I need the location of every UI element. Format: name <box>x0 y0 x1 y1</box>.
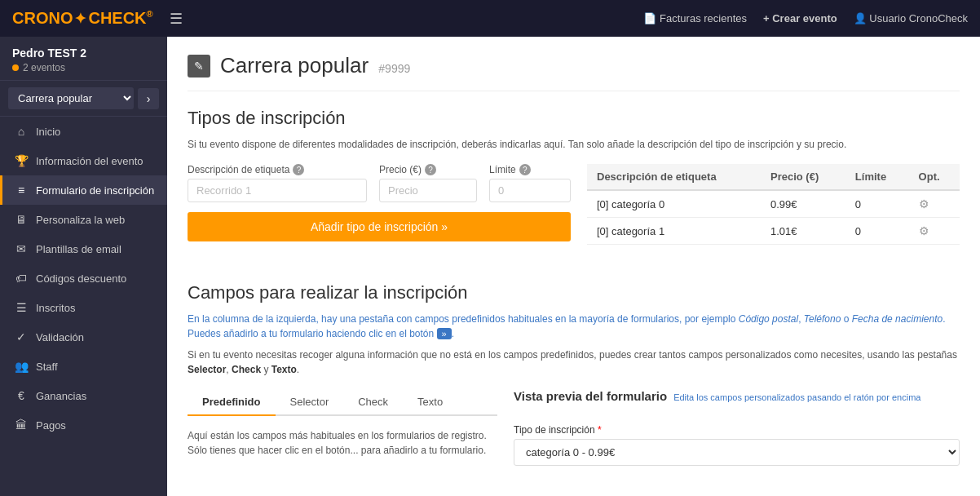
sidebar-item-label: Información del evento <box>36 155 143 167</box>
page-title-text: Carrera popular <box>220 53 369 78</box>
sidebar-item-label: Códigos descuento <box>36 272 126 285</box>
hamburger-menu[interactable]: ☰ <box>170 10 183 28</box>
descripcion-help[interactable]: ? <box>293 164 304 175</box>
tab-selector[interactable]: Selector <box>276 389 344 416</box>
sidebar-item-label: Staff <box>36 361 58 373</box>
logo-check: CHECK <box>88 9 146 27</box>
event-selector[interactable]: Carrera popular <box>8 87 134 109</box>
sidebar-nav: ⌂ Inicio 🏆 Información del evento ≡ Form… <box>0 117 167 496</box>
precio-input[interactable] <box>379 179 477 202</box>
main-content: ✎ Carrera popular #9999 Tipos de inscrip… <box>167 37 980 496</box>
sidebar-item-staff[interactable]: 👥 Staff <box>0 352 167 381</box>
cell-descripcion: [0] categoría 0 <box>587 190 761 218</box>
sidebar-user: Pedro TEST 2 2 eventos <box>0 37 167 81</box>
page-title-icon: ✎ <box>188 55 210 78</box>
sidebar-item-label: Personaliza la web <box>36 214 125 226</box>
crear-evento-link[interactable]: + Crear evento <box>763 12 837 24</box>
cell-opt: ⚙ <box>909 218 960 245</box>
inscritos-icon: ☰ <box>15 301 28 314</box>
sidebar-events: 2 eventos <box>12 62 155 73</box>
limite-label-text: Límite <box>489 164 516 175</box>
top-header: CRONO✦CHECK® ☰ 📄 Facturas recientes + Cr… <box>0 0 980 37</box>
sidebar-item-plantillas[interactable]: ✉ Plantillas de email <box>0 234 167 264</box>
sidebar-item-label: Ganancias <box>36 390 86 402</box>
usuario-label: Usuario CronoCheck <box>869 12 968 24</box>
facturas-link[interactable]: 📄 Facturas recientes <box>643 12 747 24</box>
precio-label: Precio (€) ? <box>379 164 477 175</box>
table-row: [0] categoría 0 0.99€ 0 ⚙ <box>587 190 960 218</box>
inicio-icon: ⌂ <box>15 125 28 138</box>
table-row: [0] categoría 1 1.01€ 0 ⚙ <box>587 218 960 245</box>
gear-icon[interactable]: ⚙ <box>919 224 929 237</box>
sidebar-item-label: Pagos <box>36 419 66 432</box>
formulario-icon: ≡ <box>15 184 28 197</box>
plantillas-icon: ✉ <box>15 242 28 255</box>
tab-predefinido[interactable]: Predefinido <box>188 389 276 416</box>
ganancias-icon: € <box>15 389 28 402</box>
inscripcion-left: Descripción de etiqueta ? Precio (€) ? <box>188 164 571 258</box>
campos-title: Campos para realizar la inscripción <box>188 282 960 303</box>
sidebar-item-label: Plantillas de email <box>36 243 121 255</box>
precio-help[interactable]: ? <box>425 164 436 175</box>
events-dot <box>12 64 19 71</box>
usuario-link[interactable]: 👤 Usuario CronoCheck <box>854 12 968 24</box>
th-descripcion: Descripción de etiqueta <box>587 164 761 190</box>
main-layout: Pedro TEST 2 2 eventos Carrera popular ›… <box>0 37 980 496</box>
sidebar-item-label: Formulario de inscripción <box>36 184 154 197</box>
sidebar-arrow[interactable]: › <box>138 88 159 109</box>
facturas-icon: 📄 <box>643 12 656 24</box>
tipo-inscripcion-label: Tipo de inscripción * <box>514 424 960 436</box>
sidebar-item-formulario[interactable]: ≡ Formulario de inscripción <box>0 175 167 205</box>
usuario-icon: 👤 <box>854 12 867 24</box>
descripcion-label-text: Descripción de etiqueta <box>188 164 289 175</box>
vista-previa-subtitle: Edita los campos personalizados pasando … <box>673 392 920 402</box>
cell-precio: 0.99€ <box>761 190 845 218</box>
sidebar-item-codigos[interactable]: 🏷 Códigos descuento <box>0 264 167 293</box>
sidebar-item-label: Inscritos <box>36 302 75 314</box>
validacion-icon: ✓ <box>15 330 28 343</box>
inscripcion-form-row: Descripción de etiqueta ? Precio (€) ? <box>188 164 571 202</box>
tipo-inscripcion-field: Tipo de inscripción * categoría 0 - 0.99… <box>514 424 960 466</box>
precio-group: Precio (€) ? <box>379 164 477 202</box>
predefinido-desc: Aquí están los campos más habituales en … <box>188 428 497 458</box>
descripcion-label: Descripción de etiqueta ? <box>188 164 367 175</box>
limite-help[interactable]: ? <box>519 164 531 175</box>
th-opt: Opt. <box>909 164 960 190</box>
tipo-inscripcion-select[interactable]: categoría 0 - 0.99€ <box>514 439 960 466</box>
sidebar-item-info-evento[interactable]: 🏆 Información del evento <box>0 146 167 175</box>
limite-input[interactable] <box>489 179 571 202</box>
tipos-inscripcion-title: Tipos de inscripción <box>188 108 960 129</box>
cell-limite: 0 <box>845 190 909 218</box>
codigos-icon: 🏷 <box>15 272 28 285</box>
vista-previa-title: Vista previa del formulario <box>514 389 667 403</box>
sidebar-item-ganancias[interactable]: € Ganancias <box>0 381 167 410</box>
th-precio: Precio (€) <box>761 164 845 190</box>
header-right: 📄 Facturas recientes + Crear evento 👤 Us… <box>643 12 968 24</box>
inscripcion-layout: Descripción de etiqueta ? Precio (€) ? <box>188 164 960 258</box>
inscripcion-right: Descripción de etiqueta Precio (€) Límit… <box>587 164 960 258</box>
btn-tag[interactable]: » <box>437 328 452 339</box>
logo-icon: ✦ <box>74 11 86 27</box>
descripcion-group: Descripción de etiqueta ? <box>188 164 367 202</box>
sidebar-item-validacion[interactable]: ✓ Validación <box>0 322 167 352</box>
add-inscripcion-button[interactable]: Añadir tipo de inscripción » <box>188 212 571 241</box>
logo-registered: ® <box>147 9 153 19</box>
gear-icon[interactable]: ⚙ <box>919 197 929 210</box>
logo-area: CRONO✦CHECK® ☰ <box>12 9 183 28</box>
precio-label-text: Precio (€) <box>379 164 422 175</box>
sidebar-item-pagos[interactable]: 🏛 Pagos <box>0 410 167 440</box>
th-limite: Límite <box>845 164 909 190</box>
campos-right: Vista previa del formulario Edita los ca… <box>514 389 960 466</box>
descripcion-input[interactable] <box>188 179 367 202</box>
campos-desc1: En la columna de la izquierda, hay una p… <box>188 312 960 341</box>
campos-layout: Predefinido Selector Check Texto Aquí es… <box>188 389 960 466</box>
page-event-id: #9999 <box>378 62 410 75</box>
sidebar-item-personaliza[interactable]: 🖥 Personaliza la web <box>0 205 167 234</box>
sidebar-item-label: Inicio <box>36 126 60 138</box>
events-label: 2 eventos <box>23 62 65 73</box>
logo-crono: CRONO <box>12 9 73 27</box>
sidebar-item-inicio[interactable]: ⌂ Inicio <box>0 117 167 146</box>
tab-texto[interactable]: Texto <box>403 389 457 416</box>
tab-check[interactable]: Check <box>343 389 403 416</box>
sidebar-item-inscritos[interactable]: ☰ Inscritos <box>0 293 167 322</box>
